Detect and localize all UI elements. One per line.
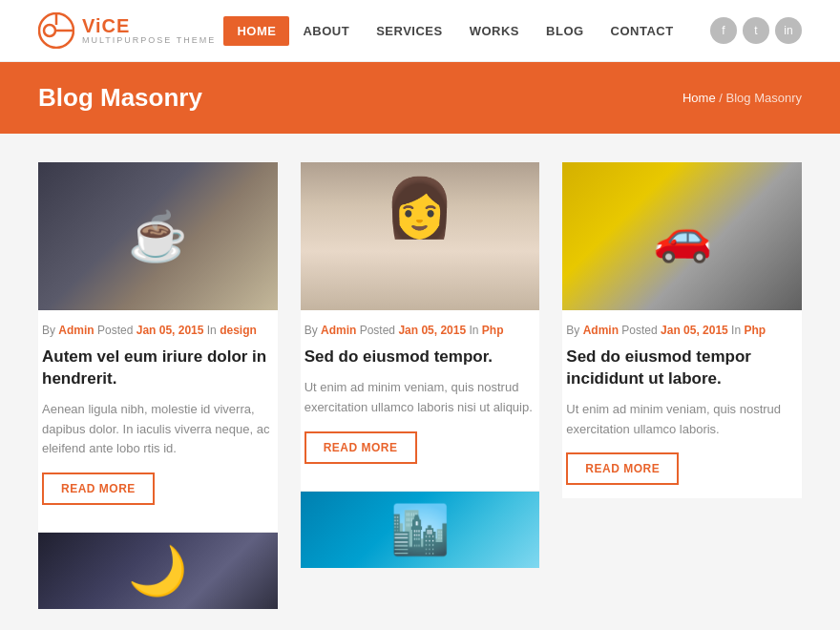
read-more-btn-3[interactable]: READ MORE bbox=[566, 452, 679, 485]
logo-icon bbox=[38, 12, 74, 49]
breadcrumb: Home / Blog Masonry bbox=[682, 91, 802, 105]
post-image-2 bbox=[301, 162, 540, 310]
post-category-3: Php bbox=[744, 324, 766, 337]
post-meta-1: By Admin Posted Jan 05, 2015 In design bbox=[42, 324, 274, 337]
nav-about[interactable]: ABOUT bbox=[289, 16, 363, 46]
nav-home[interactable]: HOME bbox=[223, 16, 289, 46]
post-category-2: Php bbox=[482, 324, 504, 337]
nav-blog[interactable]: BLOG bbox=[533, 16, 598, 46]
post-meta-2: By Admin Posted Jan 05, 2015 In Php bbox=[304, 324, 536, 337]
post-date-1: Jan 05, 2015 bbox=[136, 324, 204, 337]
post-body-2: By Admin Posted Jan 05, 2015 In Php Sed … bbox=[301, 310, 540, 477]
read-more-btn-2[interactable]: READ MORE bbox=[304, 431, 417, 464]
nav-contact[interactable]: CONTACT bbox=[598, 16, 687, 46]
site-header: ViCE MULTIPURPOSE THEME HOME ABOUT SERVI… bbox=[0, 0, 840, 62]
breadcrumb-current: Blog Masonry bbox=[726, 91, 802, 105]
dark-image bbox=[38, 533, 278, 609]
page-banner: Blog Masonry Home / Blog Masonry bbox=[0, 62, 840, 134]
post-author-2: Admin bbox=[321, 324, 356, 337]
twitter-icon[interactable]: t bbox=[743, 17, 769, 44]
logo-accent: iCE bbox=[95, 15, 130, 36]
svg-point-1 bbox=[44, 25, 55, 36]
read-more-btn-1[interactable]: READ MORE bbox=[42, 472, 155, 505]
page-title: Blog Masonry bbox=[38, 83, 202, 113]
blog-card-1: By Admin Posted Jan 05, 2015 In design A… bbox=[38, 162, 278, 609]
post-title-1: Autem vel eum iriure dolor in hendrerit. bbox=[42, 346, 274, 390]
post-image-1 bbox=[38, 162, 278, 310]
post-date-2: Jan 05, 2015 bbox=[398, 324, 466, 337]
coffee-image bbox=[38, 162, 278, 310]
post-date-3: Jan 05, 2015 bbox=[661, 324, 728, 337]
facebook-icon[interactable]: f bbox=[710, 17, 737, 44]
person-image bbox=[301, 162, 540, 310]
blog-card-2: By Admin Posted Jan 05, 2015 In Php Sed … bbox=[301, 162, 540, 568]
post-image-3 bbox=[562, 162, 802, 310]
post-excerpt-2: Ut enim ad minim veniam, quis nostrud ex… bbox=[304, 378, 536, 418]
blog-card-3: By Admin Posted Jan 05, 2015 In Php Sed … bbox=[562, 162, 802, 498]
blog-grid: By Admin Posted Jan 05, 2015 In design A… bbox=[38, 162, 802, 609]
partial-image-1 bbox=[38, 533, 278, 609]
car-image bbox=[562, 162, 802, 310]
logo-text: ViCE MULTIPURPOSE THEME bbox=[82, 15, 216, 46]
building-image bbox=[301, 492, 540, 568]
logo-plain: V bbox=[82, 15, 95, 36]
breadcrumb-separator: / bbox=[716, 91, 726, 105]
logo-title: ViCE bbox=[82, 15, 216, 36]
nav-services[interactable]: SERVICES bbox=[363, 16, 456, 46]
post-title-3: Sed do eiusmod tempor incididunt ut labo… bbox=[566, 346, 798, 390]
post-author-3: Admin bbox=[583, 324, 619, 337]
post-excerpt-3: Ut enim ad minim veniam, quis nostrud ex… bbox=[566, 400, 798, 440]
nav-works[interactable]: WORKS bbox=[456, 16, 533, 46]
partial-image-2 bbox=[301, 492, 540, 568]
logo-subtitle: MULTIPURPOSE THEME bbox=[82, 36, 216, 46]
post-excerpt-1: Aenean ligula nibh, molestie id viverra,… bbox=[42, 400, 274, 459]
main-content: By Admin Posted Jan 05, 2015 In design A… bbox=[0, 134, 840, 630]
post-meta-3: By Admin Posted Jan 05, 2015 In Php bbox=[566, 324, 798, 337]
logo[interactable]: ViCE MULTIPURPOSE THEME bbox=[38, 12, 216, 49]
linkedin-icon[interactable]: in bbox=[775, 17, 802, 44]
post-title-2: Sed do eiusmod tempor. bbox=[304, 346, 536, 368]
breadcrumb-home[interactable]: Home bbox=[682, 91, 716, 105]
social-icons: f t in bbox=[710, 17, 802, 44]
post-body-3: By Admin Posted Jan 05, 2015 In Php Sed … bbox=[562, 310, 802, 498]
post-author-1: Admin bbox=[58, 324, 94, 337]
post-category-1: design bbox=[220, 324, 257, 337]
post-body-1: By Admin Posted Jan 05, 2015 In design A… bbox=[38, 310, 278, 518]
main-nav: HOME ABOUT SERVICES WORKS BLOG CONTACT bbox=[223, 16, 686, 46]
